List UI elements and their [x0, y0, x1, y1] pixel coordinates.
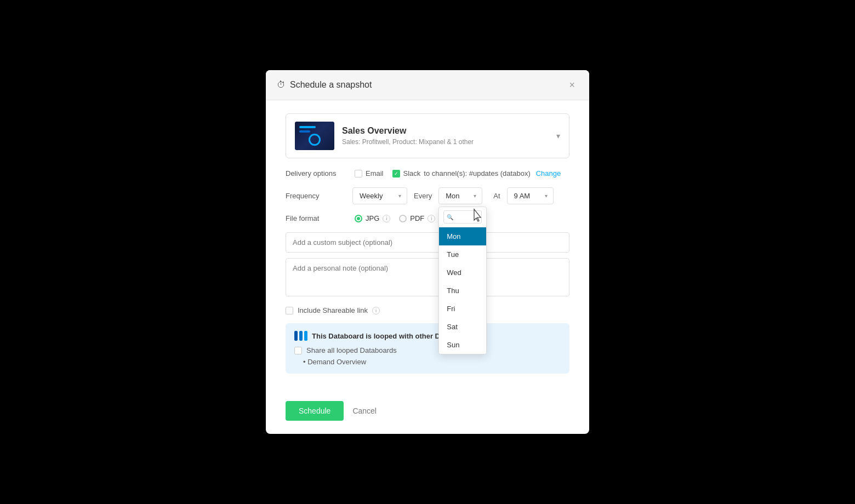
- time-select[interactable]: 9 AM ▾: [507, 187, 554, 204]
- note-textarea[interactable]: [286, 258, 569, 296]
- dropdown-item-sat[interactable]: Sat: [439, 318, 486, 336]
- email-checkbox-group[interactable]: Email: [355, 169, 384, 177]
- change-link[interactable]: Change: [536, 169, 561, 177]
- modal-title: Schedule a snapshot: [290, 80, 372, 90]
- delivery-options-group: Email ✓ Slack to channel(s): #updates (d…: [355, 169, 561, 177]
- pdf-info-icon[interactable]: i: [428, 215, 435, 222]
- dropdown-item-thu-label: Thu: [447, 287, 459, 295]
- dashboard-chevron-icon: ▾: [556, 131, 560, 140]
- schedule-button[interactable]: Schedule: [286, 401, 344, 421]
- dashboard-info: Sales Overview Sales: Profitwell, Produc…: [342, 126, 549, 146]
- shareable-info-icon[interactable]: i: [372, 307, 380, 314]
- pdf-radio[interactable]: [399, 215, 407, 222]
- modal-overlay: ⏱ Schedule a snapshot × Sales Overview S: [0, 0, 855, 504]
- time-select-wrapper: 9 AM ▾: [507, 187, 554, 204]
- day-select-wrapper: Mon ▾ Mon: [438, 187, 482, 204]
- shareable-row: Include Shareable link i: [286, 306, 569, 314]
- pdf-radio-group[interactable]: PDF i: [399, 214, 435, 222]
- dashboard-subtitle: Sales: Profitwell, Product: Mixpanel & 1…: [342, 138, 549, 146]
- dropdown-item-sun-label: Sun: [447, 341, 459, 349]
- jpg-label: JPG: [366, 214, 379, 222]
- loop-header: This Databoard is looped with other Data…: [294, 331, 561, 341]
- file-format-label: File format: [286, 214, 346, 222]
- loop-box: This Databoard is looped with other Data…: [286, 323, 569, 374]
- search-icon-wrapper: [443, 210, 482, 224]
- time-value: 9 AM: [514, 192, 531, 200]
- frequency-row: Frequency Weekly ▾ Every Mon ▾: [286, 187, 569, 204]
- dropdown-item-thu[interactable]: Thu: [439, 282, 486, 300]
- day-chevron-icon: ▾: [474, 193, 476, 199]
- dashboard-name: Sales Overview: [342, 126, 549, 136]
- delivery-options-label: Delivery options: [286, 169, 346, 177]
- shareable-label: Include Shareable link: [298, 306, 368, 314]
- cancel-button[interactable]: Cancel: [352, 406, 377, 415]
- loop-item-demand: Demand Overview: [294, 358, 561, 366]
- loop-share-checkbox[interactable]: [294, 347, 302, 354]
- shareable-checkbox[interactable]: [286, 307, 293, 314]
- delivery-options-row: Delivery options Email ✓ Slack to channe…: [286, 169, 569, 177]
- dropdown-item-tue[interactable]: Tue: [439, 245, 486, 264]
- dropdown-item-tue-label: Tue: [447, 250, 459, 259]
- every-label: Every: [414, 192, 432, 200]
- dropdown-search-wrapper: [439, 207, 486, 227]
- slack-checkbox[interactable]: ✓: [392, 170, 400, 177]
- frequency-select[interactable]: Weekly ▾: [352, 187, 407, 204]
- pdf-label: PDF: [410, 214, 424, 222]
- slack-label: Slack: [403, 169, 421, 177]
- file-format-row: File format JPG i PDF i: [286, 214, 569, 222]
- loop-share-row: Share all looped Databoards: [294, 346, 561, 354]
- email-label: Email: [366, 169, 384, 177]
- frequency-label: Frequency: [286, 192, 346, 200]
- dropdown-item-mon[interactable]: Mon: [439, 227, 486, 245]
- jpg-radio[interactable]: [355, 215, 362, 222]
- dropdown-item-wed[interactable]: Wed: [439, 264, 486, 282]
- loop-share-label: Share all looped Databoards: [306, 346, 397, 354]
- day-select[interactable]: Mon ▾: [438, 187, 482, 204]
- dropdown-item-sun[interactable]: Sun: [439, 336, 486, 354]
- clock-icon: ⏱: [277, 80, 286, 90]
- modal: ⏱ Schedule a snapshot × Sales Overview S: [266, 70, 589, 434]
- dropdown-item-sat-label: Sat: [447, 323, 458, 331]
- modal-footer: Schedule Cancel: [266, 401, 589, 434]
- jpg-info-icon[interactable]: i: [383, 215, 390, 222]
- frequency-chevron-icon: ▾: [398, 193, 401, 199]
- time-chevron-icon: ▾: [545, 193, 548, 199]
- day-value: Mon: [446, 192, 459, 200]
- day-dropdown: Mon Tue Wed Thu: [438, 207, 487, 354]
- slack-channel-info: to channel(s): #updates (databox): [424, 169, 530, 177]
- close-button[interactable]: ×: [566, 79, 578, 91]
- modal-body: Sales Overview Sales: Profitwell, Produc…: [266, 100, 589, 401]
- dropdown-item-fri-label: Fri: [447, 305, 455, 313]
- jpg-radio-group[interactable]: JPG i: [355, 214, 390, 222]
- slack-checkbox-group[interactable]: ✓ Slack to channel(s): #updates (databox…: [392, 169, 561, 177]
- subject-input[interactable]: [286, 232, 569, 253]
- email-checkbox[interactable]: [355, 170, 362, 177]
- dashboard-thumbnail: [295, 122, 334, 150]
- frequency-value: Weekly: [360, 192, 383, 200]
- frequency-select-wrapper: Weekly ▾: [352, 187, 407, 204]
- modal-header: ⏱ Schedule a snapshot ×: [266, 70, 589, 100]
- dropdown-item-mon-label: Mon: [447, 232, 460, 240]
- at-label: At: [493, 192, 500, 200]
- dropdown-item-fri[interactable]: Fri: [439, 300, 486, 318]
- dropdown-search-input[interactable]: [443, 210, 482, 224]
- modal-header-left: ⏱ Schedule a snapshot: [277, 80, 372, 90]
- dashboard-card[interactable]: Sales Overview Sales: Profitwell, Produc…: [286, 113, 569, 158]
- loop-icon: [294, 331, 307, 341]
- dropdown-item-wed-label: Wed: [447, 268, 461, 277]
